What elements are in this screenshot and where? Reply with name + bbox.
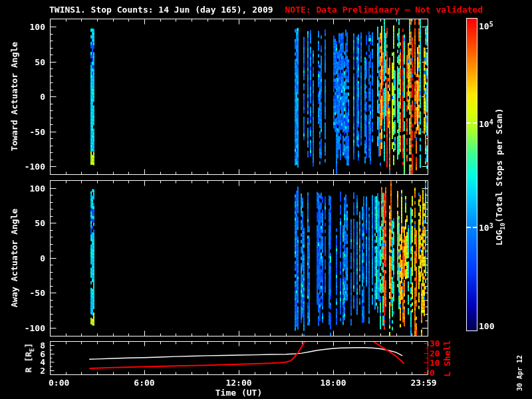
date-stamp: 30 Apr 12: [516, 355, 523, 391]
p1-ytick-100: 100: [4, 22, 45, 32]
colorbar-tick-2: 100: [479, 321, 494, 331]
l-ytick-10: 10: [430, 358, 456, 368]
l-ytick-20: 20: [430, 348, 456, 358]
xtick-0:00: 0:00: [49, 378, 69, 388]
l-ytick-30: 30: [430, 338, 456, 348]
p1-ytick-50: 50: [4, 57, 45, 66]
p1-ytick--100: -100: [4, 162, 45, 172]
xtick-23:59: 23:59: [410, 378, 436, 388]
colorbar-tick-5: 105: [479, 21, 493, 31]
xtick-6:00: 6:00: [134, 378, 154, 388]
page-title: TWINS1. Stop Counts: 14 Jun (day 165), 2…: [49, 5, 273, 15]
validation-note: NOTE: Data Preliminary – Not validated: [285, 5, 483, 15]
p2-ytick-50: 50: [4, 218, 45, 228]
p2-ytick-100: 100: [4, 184, 45, 194]
p1-ytick--50: -50: [4, 126, 45, 136]
p2-ytick--100: -100: [4, 323, 45, 332]
p1-ytick-0: 0: [4, 92, 45, 102]
plot-root: TWINS1. Stop Counts: 14 Jun (day 165), 2…: [0, 0, 532, 399]
colorbar-axis-label: LOG10(Total Stops per Scan): [494, 108, 506, 246]
time-axis-label: Time (UT): [215, 388, 262, 398]
colorbar-tick-4: 104: [479, 118, 493, 129]
xtick-12:00: 12:00: [225, 378, 251, 388]
l-ytick-0: 0: [430, 368, 456, 378]
title-bar: TWINS1. Stop Counts: 14 Jun (day 165), 2…: [49, 5, 483, 15]
p2-ytick--50: -50: [4, 288, 45, 298]
xtick-18:00: 18:00: [320, 378, 346, 388]
p2-ytick-0: 0: [4, 253, 45, 263]
r-ytick-2: 2: [4, 365, 45, 375]
colorbar-tick-3: 103: [479, 222, 493, 233]
